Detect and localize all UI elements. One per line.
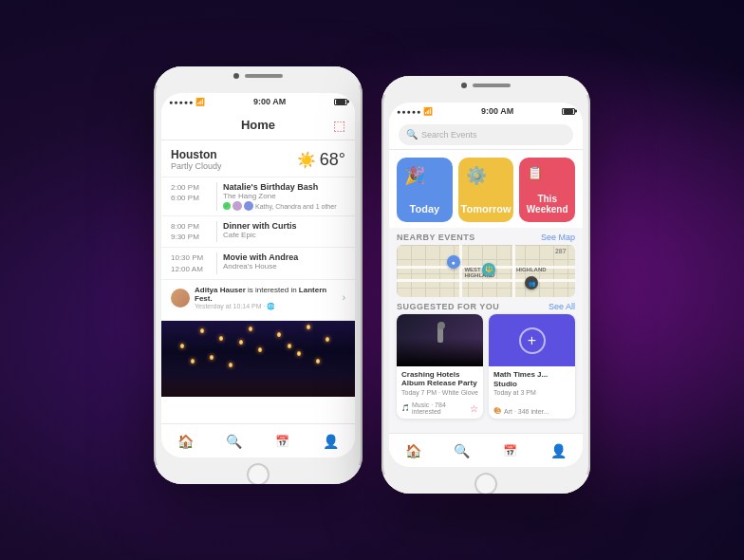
home-button-1[interactable] bbox=[247, 463, 270, 484]
search-header: 🔍 Search Events bbox=[389, 120, 583, 150]
signal-dots: ●●●●● bbox=[169, 99, 194, 105]
event-time-block: 10:30 PM 12:00 AM bbox=[171, 252, 211, 273]
phone2-main: 🎉 Today ⚙️ Tomorrow 📋 This Weekend NEARB… bbox=[389, 150, 583, 433]
filter-today[interactable]: 🎉 Today bbox=[397, 158, 453, 222]
event-tag-math: 🎨 Art · 346 inter... bbox=[493, 407, 549, 415]
filter-weekend[interactable]: 📋 This Weekend bbox=[519, 158, 575, 222]
check-icon: ✓ bbox=[223, 202, 231, 210]
weather-left: Houston Partly Cloudy bbox=[171, 148, 222, 171]
post-text: Aditya Hauser is interested in Lantern F… bbox=[195, 286, 338, 303]
chevron-down-icon: › bbox=[343, 292, 345, 303]
phone-1: ●●●●● 📶 9:00 AM Home ⬚ Houston Partly Cl… bbox=[154, 66, 363, 484]
post-username: Aditya Hauser bbox=[195, 286, 246, 294]
suggested-header: SUGGESTED FOR YOU See All bbox=[389, 297, 583, 314]
status-signal: ●●●●● 📶 bbox=[169, 98, 205, 106]
star-icon[interactable]: ☆ bbox=[470, 403, 478, 414]
event-card-image-concert bbox=[397, 314, 483, 366]
lantern-bg bbox=[161, 321, 355, 397]
today-label: Today bbox=[410, 203, 440, 215]
art-icon: 🎨 bbox=[493, 407, 502, 415]
crowd-silhouette bbox=[161, 373, 355, 397]
status-time-2: 9:00 AM bbox=[481, 106, 513, 116]
events-list: 2:00 PM 6:00 PM Natalie's Birthday Bash … bbox=[161, 177, 355, 423]
tab-search[interactable]: 🔍 bbox=[210, 434, 258, 449]
map-road bbox=[459, 245, 462, 297]
event-card-info: Crashing Hotels Album Release Party Toda… bbox=[397, 366, 483, 400]
tab2-calendar[interactable]: 📅 bbox=[486, 444, 534, 457]
social-post[interactable]: Aditya Hauser is interested in Lantern F… bbox=[161, 280, 355, 321]
inbox-icon[interactable]: ⬚ bbox=[333, 118, 345, 133]
event-start-time: 8:00 PM bbox=[171, 221, 211, 232]
event-title: Dinner with Curtis bbox=[223, 221, 345, 231]
page-title-1: Home bbox=[241, 118, 275, 132]
event-divider bbox=[216, 221, 217, 242]
search-placeholder: Search Events bbox=[421, 130, 477, 140]
event-image bbox=[161, 321, 355, 397]
event-end-time: 12:00 AM bbox=[171, 264, 211, 274]
event-details: Movie with Andrea Andrea's House bbox=[223, 252, 345, 271]
battery-fill-2 bbox=[564, 109, 573, 114]
filter-tomorrow[interactable]: ⚙️ Tomorrow bbox=[458, 158, 514, 222]
status-bar-1: ●●●●● 📶 9:00 AM bbox=[161, 93, 355, 110]
event-time-block: 8:00 PM 9:30 PM bbox=[171, 221, 211, 242]
event-item[interactable]: 2:00 PM 6:00 PM Natalie's Birthday Bash … bbox=[161, 177, 355, 216]
nav-header-1: Home ⬚ bbox=[161, 110, 355, 140]
map-road bbox=[397, 279, 575, 282]
map-label: HIGHLAND bbox=[516, 267, 547, 272]
avatar-1 bbox=[232, 201, 242, 211]
home-button-2[interactable] bbox=[474, 473, 497, 494]
battery-icon-2 bbox=[562, 108, 575, 115]
attendees-text: Kathy, Chandra and 1 other bbox=[255, 203, 336, 210]
event-title: Natalie's Birthday Bash bbox=[223, 182, 345, 192]
tab2-search[interactable]: 🔍 bbox=[437, 443, 486, 458]
event-card-footer-math: 🎨 Art · 346 inter... bbox=[489, 405, 575, 419]
weather-temp: 68° bbox=[320, 150, 345, 170]
event-card-title: Crashing Hotels Album Release Party bbox=[401, 370, 478, 388]
today-icon: 🎉 bbox=[404, 165, 425, 186]
event-time-block: 2:00 PM 6:00 PM bbox=[171, 182, 211, 203]
background bbox=[0, 0, 744, 560]
quick-filters: 🎉 Today ⚙️ Tomorrow 📋 This Weekend bbox=[389, 150, 583, 228]
signal-dots-2: ●●●●● bbox=[397, 108, 421, 115]
map-pin-blue[interactable]: ● bbox=[447, 255, 460, 269]
post-header: Aditya Hauser is interested in Lantern F… bbox=[171, 286, 345, 310]
tomorrow-icon: ⚙️ bbox=[466, 165, 487, 186]
tab-home[interactable]: 🏠 bbox=[161, 434, 210, 449]
speaker-2 bbox=[473, 84, 511, 87]
event-item[interactable]: 10:30 PM 12:00 AM Movie with Andrea Andr… bbox=[161, 248, 355, 279]
event-location: Andrea's House bbox=[223, 262, 345, 271]
phone-top-1 bbox=[154, 66, 363, 85]
tab-profile[interactable]: 👤 bbox=[307, 434, 355, 449]
tab2-profile[interactable]: 👤 bbox=[534, 443, 583, 458]
event-details: Natalie's Birthday Bash The Hang Zone ✓ … bbox=[223, 182, 345, 211]
nearby-link[interactable]: See Map bbox=[541, 233, 575, 242]
phone-bottom-1 bbox=[154, 465, 363, 484]
search-bar[interactable]: 🔍 Search Events bbox=[399, 124, 573, 145]
event-card-concert[interactable]: Crashing Hotels Album Release Party Toda… bbox=[397, 314, 483, 419]
post-meta: Yesterday at 10:14 PM · 🌐 bbox=[195, 303, 338, 310]
camera-1 bbox=[233, 73, 239, 79]
speaker-1 bbox=[245, 74, 283, 78]
event-card-math[interactable]: + Math Times J... Studio Today at 3 PM 🎨… bbox=[489, 314, 575, 419]
suggested-title: SUGGESTED FOR YOU bbox=[397, 302, 499, 311]
events-row: Crashing Hotels Album Release Party Toda… bbox=[389, 314, 583, 419]
tab-bar-1: 🏠 🔍 📅 👤 bbox=[161, 423, 355, 457]
event-details: Dinner with Curtis Cafe Epic bbox=[223, 221, 345, 239]
weather-city: Houston bbox=[171, 148, 222, 161]
nearby-header: NEARBY EVENTS See Map bbox=[389, 228, 583, 245]
weather-icon: ☀️ bbox=[297, 151, 316, 169]
phone-top-2 bbox=[381, 76, 590, 95]
suggested-link[interactable]: See All bbox=[549, 302, 575, 311]
map-block[interactable]: WESTHIGHLAND HIGHLAND 287 ● 🔱 👥 bbox=[397, 245, 575, 297]
event-item[interactable]: 8:00 PM 9:30 PM Dinner with Curtis Cafe … bbox=[161, 216, 355, 248]
weather-condition: Partly Cloudy bbox=[171, 161, 222, 171]
status-battery-2 bbox=[562, 108, 575, 115]
event-divider bbox=[216, 252, 217, 273]
tab2-home[interactable]: 🏠 bbox=[389, 443, 437, 458]
plus-icon: + bbox=[528, 333, 536, 348]
event-end-time: 6:00 PM bbox=[171, 193, 211, 203]
event-location: Cafe Epic bbox=[223, 231, 345, 239]
tab-calendar[interactable]: 📅 bbox=[258, 435, 307, 448]
battery-icon bbox=[334, 99, 347, 105]
tab-bar-2: 🏠 🔍 📅 👤 bbox=[389, 433, 583, 467]
